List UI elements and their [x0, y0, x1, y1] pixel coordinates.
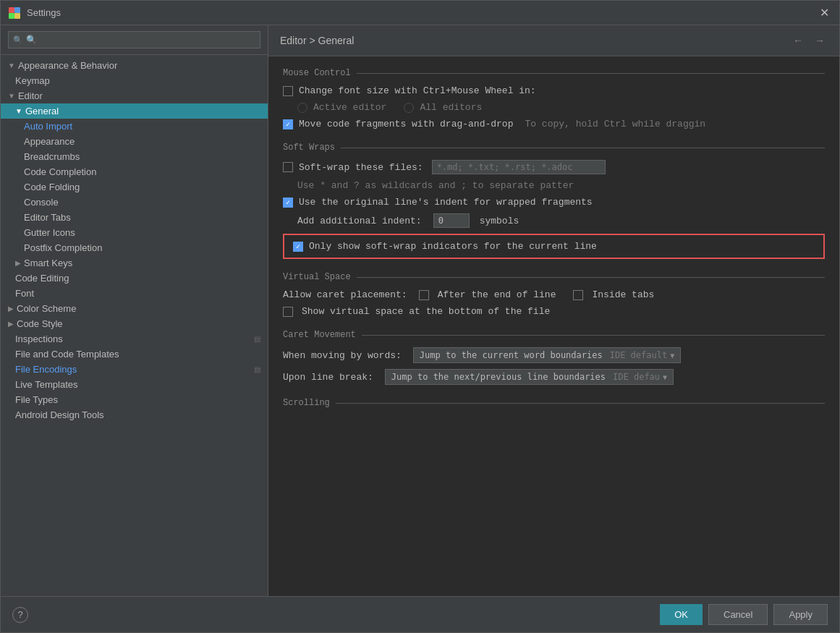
cancel-button[interactable]: Cancel: [708, 604, 768, 625]
sidebar-item-label: Keymap: [15, 75, 50, 86]
sidebar-item-postfix-completion[interactable]: Postfix Completion: [1, 240, 268, 255]
soft-wrap-label: Soft-wrap these files:: [299, 162, 423, 173]
sidebar-item-code-completion[interactable]: Code Completion: [1, 164, 268, 179]
svg-rect-0: [9, 7, 14, 13]
sidebar-item-code-editing[interactable]: Code Editing: [1, 271, 268, 286]
indent-unit: symbols: [480, 216, 519, 226]
sidebar-item-code-folding[interactable]: Code Folding: [1, 179, 268, 195]
sidebar-item-label: Code Style: [17, 318, 63, 329]
sidebar-item-auto-import[interactable]: Auto Import: [1, 119, 268, 134]
svg-rect-3: [14, 13, 20, 19]
expand-icon: ▶: [15, 259, 21, 267]
all-editors-radio[interactable]: [404, 103, 414, 113]
change-font-size-checkbox[interactable]: [283, 86, 293, 96]
caret-movement-section: Caret Movement When moving by words: Jum…: [283, 330, 825, 385]
sidebar-item-label: General: [25, 106, 59, 116]
section-divider: [336, 403, 825, 404]
sidebar-item-keymap[interactable]: Keymap: [1, 73, 268, 88]
inside-tabs-checkbox[interactable]: [573, 290, 583, 300]
section-header: Mouse Control: [283, 68, 825, 78]
when-moving-dropdown[interactable]: Jump to the current word boundaries IDE …: [413, 347, 681, 363]
sidebar-item-label: Appearance & Behavior: [18, 60, 117, 71]
sidebar-item-file-code-templates[interactable]: File and Code Templates: [1, 347, 268, 362]
sidebar-item-gutter-icons[interactable]: Gutter Icons: [1, 225, 268, 240]
sidebar-item-appearance-behavior[interactable]: ▼ Appearance & Behavior: [1, 58, 268, 73]
section-title: Soft Wraps: [283, 143, 335, 153]
search-input[interactable]: [8, 31, 260, 48]
soft-wrap-hint-row: Use * and ? as wildcards and ; to separa…: [283, 180, 825, 191]
soft-wrap-files-input[interactable]: [432, 160, 606, 174]
sidebar-item-file-encodings[interactable]: File Encodings ▤: [1, 362, 268, 377]
soft-wraps-section: Soft Wraps Soft-wrap these files: Use * …: [283, 143, 825, 259]
expand-icon: ▼: [15, 107, 22, 115]
sidebar-item-code-style[interactable]: ▶ Code Style: [1, 316, 268, 331]
close-button[interactable]: ✕: [816, 5, 832, 21]
sidebar-item-live-templates[interactable]: Live Templates: [1, 377, 268, 392]
expand-icon: ▶: [8, 320, 14, 328]
section-title: Mouse Control: [283, 68, 351, 78]
sidebar-item-appearance[interactable]: Appearance: [1, 134, 268, 149]
section-divider: [357, 277, 825, 278]
show-virtual-label: Show virtual space at the bottom of the …: [302, 306, 550, 317]
sidebar-item-label: Postfix Completion: [24, 242, 102, 253]
ide-default-tag: IDE default: [610, 350, 667, 360]
sidebar-tree: ▼ Appearance & Behavior Keymap ▼ Editor …: [1, 55, 268, 596]
after-end-checkbox[interactable]: [419, 290, 429, 300]
expand-icon: ▶: [8, 305, 14, 313]
back-button[interactable]: ←: [790, 33, 806, 48]
only-show-checkbox[interactable]: [293, 242, 303, 252]
sidebar-item-label: Gutter Icons: [24, 227, 75, 238]
sidebar-item-label: File Encodings: [15, 364, 77, 375]
after-end-label: After the end of line: [438, 289, 556, 300]
main-content: ▼ Appearance & Behavior Keymap ▼ Editor …: [1, 25, 839, 596]
sidebar-item-label: Code Editing: [15, 273, 69, 284]
soft-wrap-files-row: Soft-wrap these files:: [283, 160, 825, 174]
sidebar-item-label: Android Design Tools: [15, 409, 104, 420]
allow-caret-row: Allow caret placement: After the end of …: [283, 289, 825, 300]
apply-button[interactable]: Apply: [773, 604, 828, 625]
sidebar-item-font[interactable]: Font: [1, 286, 268, 301]
help-button[interactable]: ?: [12, 607, 28, 623]
sidebar-item-console[interactable]: Console: [1, 195, 268, 210]
use-original-indent-checkbox[interactable]: [283, 197, 293, 208]
right-panel: Editor > General ← → Mouse Control Chang…: [268, 25, 839, 596]
soft-wrap-checkbox[interactable]: [283, 162, 293, 172]
sidebar-item-label: Font: [15, 288, 34, 299]
sidebar-item-label: Code Completion: [24, 166, 96, 177]
sidebar-item-label: Auto Import: [24, 121, 72, 132]
sidebar-item-file-types[interactable]: File Types: [1, 392, 268, 407]
page-icon: ▤: [254, 365, 260, 373]
settings-window: Settings ✕ ▼ Appearance & Behavior Keyma…: [0, 0, 840, 633]
sidebar-item-breadcrumbs[interactable]: Breadcrumbs: [1, 149, 268, 164]
sidebar-item-android-design-tools[interactable]: Android Design Tools: [1, 407, 268, 422]
sidebar-item-inspections[interactable]: Inspections ▤: [1, 331, 268, 347]
dropdown-arrow: ▼: [663, 373, 667, 381]
sidebar-item-color-scheme[interactable]: ▶ Color Scheme: [1, 301, 268, 316]
inside-tabs-label: Inside tabs: [592, 289, 654, 300]
radio-group: Active editor All editors: [283, 102, 825, 113]
sidebar-item-label: Smart Keys: [24, 258, 72, 268]
active-editor-radio[interactable]: [297, 103, 307, 113]
sidebar-item-label: Console: [24, 197, 59, 208]
upon-line-dropdown[interactable]: Jump to the next/previous line boundarie…: [385, 369, 674, 385]
mouse-control-section: Mouse Control Change font size with Ctrl…: [283, 68, 825, 129]
when-moving-label: When moving by words:: [283, 350, 402, 361]
sidebar-item-label: File Types: [15, 394, 58, 405]
sidebar-item-editor[interactable]: ▼ Editor: [1, 88, 268, 103]
section-divider: [357, 73, 825, 74]
sidebar-item-general[interactable]: ▼ General: [1, 103, 268, 119]
forward-button[interactable]: →: [812, 33, 828, 48]
panel-body: Mouse Control Change font size with Ctrl…: [268, 56, 839, 596]
upon-line-label: Upon line break:: [283, 372, 373, 383]
ok-button[interactable]: OK: [660, 604, 703, 625]
upon-line-row: Upon line break: Jump to the next/previo…: [283, 369, 825, 385]
section-header: Scrolling: [283, 398, 825, 408]
show-virtual-checkbox[interactable]: [283, 307, 293, 317]
sidebar-item-smart-keys[interactable]: ▶ Smart Keys: [1, 255, 268, 271]
move-code-checkbox[interactable]: [283, 119, 293, 129]
indent-value-input[interactable]: [433, 213, 470, 228]
footer-buttons: OK Cancel Apply: [660, 604, 828, 625]
ide-default-tag: IDE defau: [613, 372, 660, 382]
sidebar-item-editor-tabs[interactable]: Editor Tabs: [1, 210, 268, 225]
svg-rect-1: [14, 7, 20, 13]
